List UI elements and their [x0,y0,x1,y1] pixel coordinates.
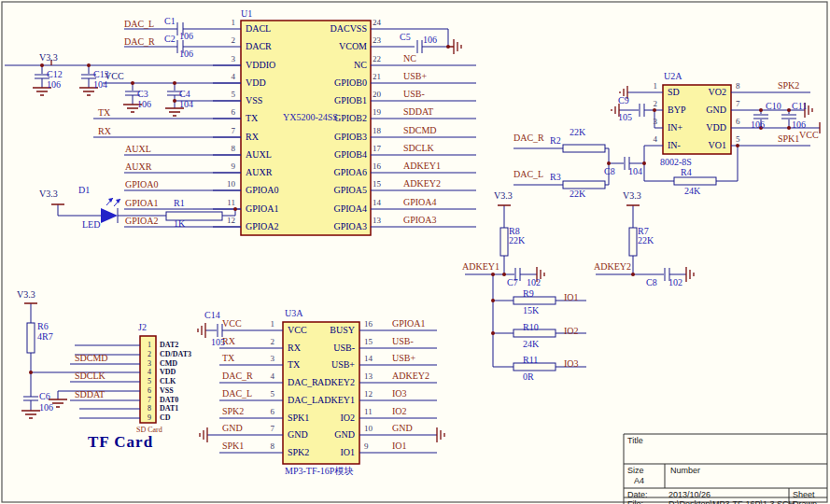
pin-number: 12 [211,215,235,226]
pin-name: GPIOA2 [246,221,279,232]
pin-name: AUXR [246,167,272,178]
net-label-adkey2: ADKEY2 [594,261,631,273]
pin-name: GND [280,429,355,441]
net-label: ADKEY2 [392,371,429,382]
pin-number: 4 [211,71,235,82]
value-c4: 104 [179,99,193,110]
pin-number: 8 [140,404,151,413]
pin-name: DACVSS [285,23,367,35]
pin-name: GPIOA3 [285,221,367,232]
net-label: DAC_L [222,388,252,399]
pin-row: GPIOA3 13 GPIOA3 [285,215,481,235]
net-label-gpioa0: GPIOA0 [125,179,159,190]
pin-number: 7 [261,423,274,434]
pin-number: 8 [261,441,274,452]
ladder-row: R11 0R IO3 [485,355,607,383]
net-label-tx: TX [98,107,110,119]
net-label: USB+ [392,353,415,364]
net-label: IO2 [392,406,407,417]
net-label-dac-r-amp: DAC_R [513,133,544,144]
net-label: DAC_R [222,371,253,382]
pin-name: IO1 [280,447,355,458]
value-c5: 106 [423,35,437,46]
pin-number: 4 [140,368,151,377]
resistor-designator: R11 [523,355,538,366]
designator-u2a: U2A [664,71,682,82]
value-c9: 105 [618,112,632,123]
titleblock-sheet-label: Sheet [793,490,815,499]
value-r1: 1K [174,218,185,230]
value-c7: 102 [527,277,541,288]
net-label: IO1 [392,441,407,452]
net-label: GND [392,423,413,434]
designator-r3: R3 [550,172,561,183]
net-label: SPK1 [222,441,244,452]
value-r3: 22K [570,189,585,200]
pin-number: 6 [261,406,274,417]
net-label: ADKEY1 [403,161,441,172]
part-name-u3a: MP3-TF-16P模块 [285,466,353,477]
pin-row: IO1 9 IO1 [280,441,448,461]
pin-name: DACR [246,41,272,52]
ground-icon [200,427,207,442]
pin-number: 9 [364,441,369,452]
pin-number: 3 [140,359,151,369]
titleblock-date-label: Date: [627,490,648,499]
pin-number: 14 [373,197,381,208]
net-label-dac-l: DAC_L [124,19,154,30]
pin-name: GPIOA5 [285,185,367,196]
pin-row: 5 CLK [138,377,224,386]
value-r8: 22K [509,235,525,246]
pin-row: 9 CD [138,413,224,423]
pin-name: GPIOB3 [285,132,367,143]
pin-number: 10 [211,178,235,189]
pin-name: GPIOB0 [285,77,367,89]
net-label: SDCMD [403,125,437,136]
value-c6: 106 [39,402,53,413]
power-label-v33-tf: V3.3 [17,289,35,301]
pin-number: 1 [261,318,274,329]
pin-number: 13 [373,215,381,226]
designator-u3a: U3A [285,308,302,319]
pin-name: VO1 [654,140,726,151]
pin-number: 18 [373,125,381,136]
titleblock-size-label: Size [627,466,644,475]
resistor-r8 [500,228,508,256]
titleblock-size-value: A4 [634,476,644,485]
pin-number: 7 [140,396,151,405]
pin-name: GND [654,105,726,116]
designator-j2: J2 [138,322,147,333]
pin-name: CD/DAT3 [160,350,191,359]
pin-name: BUSY [280,325,355,336]
pin-number: 6 [140,386,151,396]
pin-name: DACL [246,23,271,35]
pin-name: GPIOA4 [285,203,367,215]
pin-name: DAT1 [160,404,178,413]
pin-number: 13 [364,371,373,382]
net-label: GPIOA1 [392,318,426,329]
pin-name: VSS [160,386,174,396]
pin-number: 14 [364,353,373,364]
designator-r2: R2 [550,135,561,147]
pin-name: VDD [160,368,176,377]
pin-name: GPIOA6 [285,167,367,178]
titleblock-file-label: File: [627,499,643,504]
pin-row: 7 DAT0 [138,396,224,405]
pin-row: 2 CD/DAT3 [138,350,224,359]
titleblock-file-value: D:\Desktop\MP3-TF-16P\1.3.SCH [668,499,795,504]
pin-number: 8 [211,143,235,154]
designator-c5: C5 [400,32,411,43]
resistor-designator: R9 [523,288,534,300]
value-c11: 106 [792,119,806,131]
net-label: USB- [403,89,425,100]
resistor-value: 15K [523,305,539,316]
value-r6: 4R7 [37,331,53,343]
value-c3: 106 [137,99,151,110]
pin-name: VDDIO [246,60,275,71]
pin-name: VSS [246,95,262,106]
net-label-sdclk-tf: SDCLK [75,371,106,382]
pin-name: USB- [280,343,355,354]
resistor-r7 [629,228,637,256]
pin-name: GPIOA1 [246,203,279,215]
designator-c8: C8 [604,166,615,177]
